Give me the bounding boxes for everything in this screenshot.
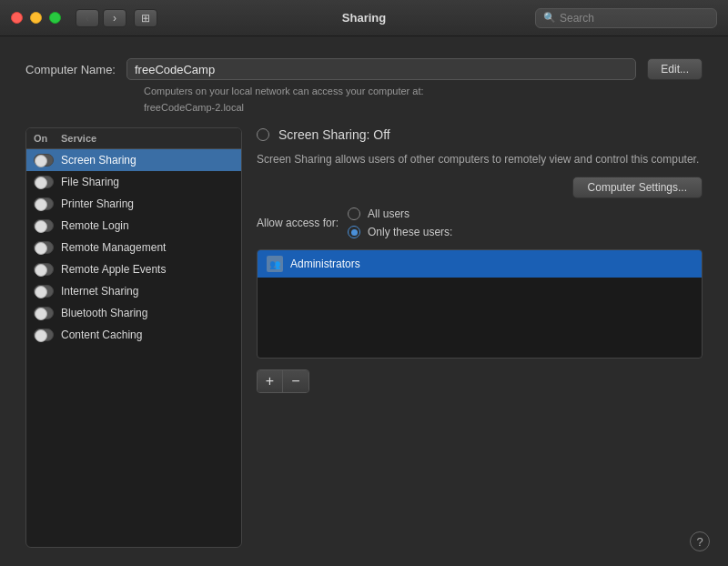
search-icon: 🔍	[543, 12, 556, 24]
add-user-button[interactable]: +	[258, 370, 283, 392]
only-these-users-radio[interactable]	[348, 226, 360, 238]
service-item-remote-login[interactable]: Remote Login	[26, 215, 241, 237]
window-title: Sharing	[342, 11, 386, 25]
computer-name-section: Computer Name: Edit... Computers on your…	[25, 58, 703, 113]
service-toggle-printer-sharing[interactable]	[34, 197, 54, 210]
computer-name-label: Computer Name:	[25, 63, 116, 76]
service-name-content-caching: Content Caching	[61, 328, 142, 341]
service-toggle-screen-sharing[interactable]	[34, 154, 54, 167]
service-toggle-file-sharing[interactable]	[34, 176, 54, 188]
service-name-remote-management: Remote Management	[61, 241, 166, 254]
service-toggle-content-caching[interactable]	[34, 328, 54, 341]
allow-access-section: Allow access for: All users Only these u…	[257, 207, 703, 393]
service-name-remote-login: Remote Login	[61, 219, 129, 232]
computer-name-description: Computers on your local network can acce…	[144, 86, 703, 96]
close-button[interactable]	[11, 12, 23, 24]
service-item-remote-management[interactable]: Remote Management	[26, 237, 241, 258]
service-name-internet-sharing: Internet Sharing	[61, 285, 138, 298]
service-toggle-remote-login[interactable]	[34, 219, 54, 232]
service-name-screen-sharing: Screen Sharing	[61, 154, 136, 167]
radio-option-only-these-users[interactable]: Only these users:	[348, 226, 452, 238]
service-toggle-remote-management[interactable]	[34, 241, 54, 254]
services-header-service: Service	[61, 133, 96, 144]
title-bar: ‹ › ⊞ Sharing 🔍	[0, 0, 728, 36]
main-panel: On Service Screen Sharing File Sharing P…	[25, 127, 703, 548]
service-name-printer-sharing: Printer Sharing	[61, 197, 134, 210]
service-status-title: Screen Sharing: Off	[278, 127, 390, 142]
traffic-lights	[11, 12, 61, 24]
computer-name-input[interactable]	[126, 58, 636, 80]
service-toggle-bluetooth-sharing[interactable]	[34, 307, 54, 319]
services-header: On Service	[26, 128, 241, 149]
edit-button[interactable]: Edit...	[647, 58, 703, 80]
service-item-internet-sharing[interactable]: Internet Sharing	[26, 280, 241, 302]
only-these-users-label: Only these users:	[368, 226, 452, 238]
service-description: Screen Sharing allows users of other com…	[257, 151, 703, 167]
service-name-bluetooth-sharing: Bluetooth Sharing	[61, 307, 147, 319]
maximize-button[interactable]	[49, 12, 61, 24]
services-header-on: On	[34, 133, 61, 144]
computer-settings-button[interactable]: Computer Settings...	[572, 177, 703, 198]
minimize-button[interactable]	[30, 12, 42, 24]
service-toggle-internet-sharing[interactable]	[34, 285, 54, 298]
service-item-bluetooth-sharing[interactable]: Bluetooth Sharing	[26, 302, 241, 324]
service-item-remote-apple-events[interactable]: Remote Apple Events	[26, 258, 241, 280]
users-list: 👥 Administrators	[257, 249, 703, 359]
search-input[interactable]	[560, 12, 709, 25]
access-radio-group: All users Only these users:	[348, 207, 452, 238]
user-item-administrators[interactable]: 👥 Administrators	[258, 250, 702, 278]
grid-view-button[interactable]: ⊞	[134, 9, 157, 27]
help-button[interactable]: ?	[690, 531, 710, 551]
allow-access-label: Allow access for:	[257, 217, 339, 229]
remove-user-button[interactable]: −	[283, 370, 308, 392]
add-remove-buttons: + −	[257, 369, 309, 393]
service-item-file-sharing[interactable]: File Sharing	[26, 171, 241, 193]
service-name-remote-apple-events: Remote Apple Events	[61, 263, 166, 276]
all-users-radio[interactable]	[348, 207, 360, 220]
service-item-content-caching[interactable]: Content Caching	[26, 324, 241, 346]
nav-buttons: ‹ ›	[76, 9, 126, 27]
services-list: Screen Sharing File Sharing Printer Shar…	[26, 149, 241, 547]
all-users-label: All users	[368, 207, 410, 220]
forward-button[interactable]: ›	[103, 9, 126, 27]
service-status-header: Screen Sharing: Off	[257, 127, 703, 142]
service-status-radio[interactable]	[257, 128, 269, 141]
user-name-administrators: Administrators	[290, 258, 360, 270]
main-content: Computer Name: Edit... Computers on your…	[0, 36, 728, 566]
detail-panel: Screen Sharing: Off Screen Sharing allow…	[257, 127, 703, 548]
computer-local-address: freeCodeCamp-2.local	[144, 102, 703, 113]
service-toggle-remote-apple-events[interactable]	[34, 263, 54, 276]
radio-option-all-users[interactable]: All users	[348, 207, 452, 220]
service-item-printer-sharing[interactable]: Printer Sharing	[26, 193, 241, 215]
allow-access-row: Allow access for: All users Only these u…	[257, 207, 703, 238]
service-name-file-sharing: File Sharing	[61, 176, 119, 188]
services-panel: On Service Screen Sharing File Sharing P…	[25, 127, 242, 548]
back-button[interactable]: ‹	[76, 9, 99, 27]
user-group-icon: 👥	[267, 256, 283, 272]
search-bar[interactable]: 🔍	[535, 8, 717, 28]
service-item-screen-sharing[interactable]: Screen Sharing	[26, 149, 241, 171]
